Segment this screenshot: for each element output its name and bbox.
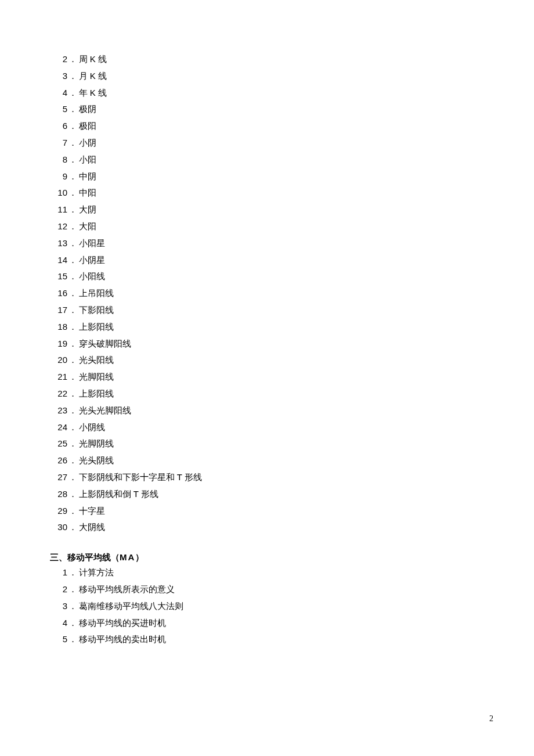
list-item-number: 29: [50, 503, 67, 519]
list-item-number: 7: [50, 135, 67, 151]
list-item-number: 4: [50, 615, 67, 631]
list-item-label: 小阳: [75, 152, 96, 168]
list-item-label: 小阴: [75, 135, 96, 152]
list-item: 7．小阴: [50, 135, 486, 152]
list-item-dot: ．: [67, 470, 75, 486]
list-item-number: 9: [50, 168, 67, 185]
list-item: 17．下影阳线: [50, 302, 486, 319]
list-item-number: 19: [50, 336, 67, 352]
list-item-label: 移动平均线的买进时机: [75, 615, 166, 632]
list-item-label: 下影阴线和下影十字星和 T 形线: [75, 469, 202, 486]
list-item: 5．极阴: [50, 101, 486, 118]
list-item-label: 小阳线: [75, 269, 105, 285]
list-item-number: 24: [50, 419, 67, 435]
heading-suffix: ）: [135, 553, 144, 562]
list-item: 6．极阳: [50, 118, 486, 135]
list-item-number: 15: [50, 268, 67, 285]
list-item-number: 4: [50, 85, 67, 101]
list-item-dot: ．: [67, 219, 75, 235]
list-item-dot: ．: [67, 236, 75, 252]
list-item-number: 13: [50, 235, 67, 251]
list-item-label: 小阳星: [75, 236, 105, 252]
list-item-number: 26: [50, 452, 67, 469]
list-item-label: 下影阳线: [75, 303, 114, 319]
list-item: 25．光脚阴线: [50, 435, 486, 452]
list-item-dot: ．: [67, 169, 75, 185]
list-item-dot: ．: [67, 599, 75, 615]
list-item-label: 上影阴线和倒 T 形线: [75, 486, 158, 503]
list-item: 29．十字星: [50, 503, 486, 520]
list-item: 19．穿头破脚阳线: [50, 336, 486, 352]
list-item-label: 小阴线: [75, 420, 105, 436]
list-item-dot: ．: [67, 253, 75, 269]
list-item-number: 22: [50, 386, 67, 402]
list-item-number: 23: [50, 402, 67, 419]
list-item-label: 计算方法: [75, 565, 114, 581]
list-item-number: 16: [50, 285, 67, 301]
list-section-1: 2．周 K 线3．月 K 线4．年 K 线5．极阴6．极阳7．小阴8．小阳9．中…: [50, 51, 486, 536]
list-item: 13．小阳星: [50, 235, 486, 252]
list-item: 11． 大阴: [50, 201, 486, 218]
list-item: 14．小阴星: [50, 252, 486, 269]
list-item-dot: ．: [67, 386, 75, 402]
list-item: 22．上影阳线: [50, 386, 486, 402]
list-item-number: 14: [50, 252, 67, 268]
list-item-label: 上影阳线: [75, 386, 114, 402]
list-item-label: 大阴线: [75, 520, 105, 536]
list-item: 1．计算方法: [50, 564, 486, 581]
list-item: 2．周 K 线: [50, 51, 486, 68]
list-item-dot: ．: [67, 503, 75, 520]
list-item-label: 上影阳线: [75, 319, 114, 336]
list-item: 20．光头阳线: [50, 352, 486, 369]
list-item-dot: ．: [67, 582, 75, 598]
list-item-label: 中阴: [75, 169, 96, 185]
list-item-number: 11: [50, 201, 67, 218]
list-item-label: 十字星: [75, 503, 105, 520]
list-item-label: 中阳: [75, 185, 96, 201]
list-item: 24．小阴线: [50, 419, 486, 436]
list-section-2: 1．计算方法2．移动平均线所表示的意义3．葛南维移动平均线八大法则4．移动平均线…: [50, 564, 486, 648]
list-item-dot: ．: [67, 69, 75, 85]
list-item-dot: ．: [67, 565, 75, 581]
list-item-dot: ．: [67, 269, 75, 285]
heading-prefix: 三、移动平均线（: [50, 553, 120, 562]
list-item-number: 27: [50, 469, 67, 485]
list-item-label: 光头光脚阳线: [75, 403, 131, 419]
list-item-number: 17: [50, 302, 67, 318]
list-item-number: 5: [50, 631, 67, 647]
list-item: 4．年 K 线: [50, 85, 486, 102]
list-item-label: 光头阳线: [75, 352, 114, 369]
list-item-dot: ．: [67, 487, 75, 503]
list-item-number: 10: [50, 185, 67, 201]
list-item-number: 2: [50, 581, 67, 597]
list-item-dot: ．: [67, 403, 75, 419]
list-item-label: 大阴: [75, 202, 96, 218]
list-item: 2．移动平均线所表示的意义: [50, 581, 486, 598]
list-item-label: 周 K 线: [75, 51, 107, 68]
list-item-label: 月 K 线: [75, 68, 107, 85]
list-item-dot: ．: [67, 102, 75, 118]
list-item: 5．移动平均线的卖出时机: [50, 631, 486, 648]
list-item-number: 6: [50, 118, 67, 134]
list-item-dot: ．: [67, 152, 75, 168]
list-item-dot: ．: [67, 319, 75, 336]
list-item-dot: ．: [67, 185, 75, 201]
list-item: 16．上吊阳线: [50, 285, 486, 302]
list-item: 10．中阳: [50, 185, 486, 201]
list-item-label: 极阴: [75, 102, 96, 118]
list-item-dot: ．: [67, 135, 75, 152]
list-item: 3．葛南维移动平均线八大法则: [50, 598, 486, 615]
list-item: 4．移动平均线的买进时机: [50, 615, 486, 632]
list-item-dot: ．: [67, 352, 75, 369]
list-item: 30．大阴线: [50, 519, 486, 536]
list-item-number: 21: [50, 369, 67, 385]
section-heading-3: 三、移动平均线（MA）: [50, 552, 486, 563]
list-item-label: 光脚阳线: [75, 369, 114, 386]
list-item-number: 5: [50, 101, 67, 117]
list-item: 27．下影阴线和下影十字星和 T 形线: [50, 469, 486, 486]
page-content: 2．周 K 线3．月 K 线4．年 K 线5．极阴6．极阳7．小阴8．小阳9．中…: [50, 51, 486, 648]
list-item-number: 28: [50, 486, 67, 502]
list-item-dot: ．: [67, 118, 75, 135]
list-item-label: 上吊阳线: [75, 286, 114, 302]
list-item: 8．小阳: [50, 152, 486, 168]
